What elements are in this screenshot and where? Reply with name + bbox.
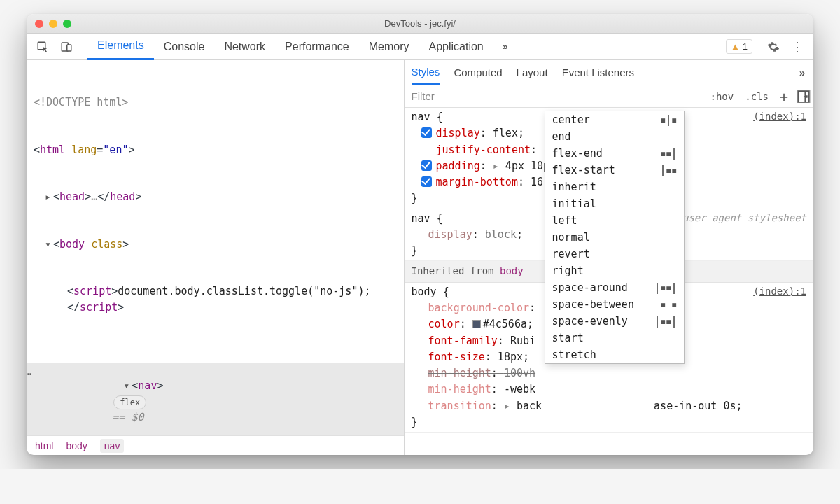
dom-nav-selected[interactable]: ▾<nav> flex == $0 bbox=[27, 363, 404, 436]
more-options-icon[interactable]: ⋮ bbox=[785, 36, 809, 57]
styles-panel: Styles Computed Layout Event Listeners »… bbox=[405, 60, 813, 455]
rule-source-link[interactable]: (index):1 bbox=[753, 109, 806, 125]
styles-filter-input[interactable] bbox=[405, 90, 705, 102]
crumb-nav[interactable]: nav bbox=[100, 439, 125, 453]
more-tabs-icon[interactable]: » bbox=[493, 36, 517, 57]
ac-option[interactable]: space-around|▪▪| bbox=[545, 279, 684, 296]
autocomplete-dropdown[interactable]: center▪|▪ end flex-end▪▪| flex-start|▪▪ … bbox=[545, 111, 685, 364]
ac-option[interactable]: inherit bbox=[545, 178, 684, 195]
window-titlebar: DevTools - jec.fyi/ bbox=[27, 14, 813, 34]
color-swatch[interactable] bbox=[472, 320, 481, 328]
tab-event-listeners[interactable]: Event Listeners bbox=[562, 60, 634, 85]
warning-icon: ▲ bbox=[731, 41, 740, 52]
devtools-window: DevTools - jec.fyi/ Elements Console Net… bbox=[27, 14, 813, 455]
alignment-glyph-icon: ▪|▪ bbox=[659, 113, 676, 126]
decl-checkbox[interactable] bbox=[421, 176, 432, 187]
decl-checkbox[interactable] bbox=[421, 127, 432, 138]
dom-tree[interactable]: <!DOCTYPE html> <html lang="en"> ▸<head>… bbox=[27, 60, 404, 435]
tab-application[interactable]: Application bbox=[419, 34, 493, 60]
cls-toggle[interactable]: .cls bbox=[739, 91, 774, 102]
dom-head[interactable]: ▸<head>…</head> bbox=[34, 189, 404, 205]
alignment-glyph-icon: |▪▪| bbox=[654, 315, 676, 328]
tab-layout[interactable]: Layout bbox=[517, 60, 548, 85]
ac-option[interactable]: space-between▪ ▪ bbox=[545, 296, 684, 313]
ac-option[interactable]: normal bbox=[545, 229, 684, 246]
rule-source-ua: user agent stylesheet bbox=[682, 211, 806, 226]
crumb-body[interactable]: body bbox=[66, 440, 87, 451]
toggle-computed-sidebar-icon[interactable] bbox=[797, 90, 811, 103]
decl-checkbox[interactable] bbox=[421, 160, 432, 171]
elements-panel: <!DOCTYPE html> <html lang="en"> ▸<head>… bbox=[27, 60, 405, 455]
console-ref: == $0 bbox=[112, 411, 144, 424]
ac-option[interactable]: end bbox=[545, 128, 684, 145]
device-toolbar-icon[interactable] bbox=[55, 36, 78, 57]
ac-option[interactable]: flex-start|▪▪ bbox=[545, 162, 684, 178]
new-style-rule-icon[interactable]: + bbox=[774, 88, 794, 105]
tab-memory[interactable]: Memory bbox=[359, 34, 419, 60]
ac-option[interactable]: stretch bbox=[545, 346, 684, 363]
tab-network[interactable]: Network bbox=[214, 34, 275, 60]
dom-doctype: <!DOCTYPE html> bbox=[34, 94, 404, 111]
alignment-glyph-icon: |▪▪| bbox=[654, 281, 676, 294]
warnings-badge[interactable]: ▲ 1 bbox=[726, 39, 752, 54]
window-title: DevTools - jec.fyi/ bbox=[27, 18, 813, 29]
alignment-glyph-icon: |▪▪ bbox=[659, 164, 676, 176]
ac-option[interactable]: space-evenly|▪▪| bbox=[545, 313, 684, 330]
hov-toggle[interactable]: :hov bbox=[705, 91, 740, 102]
ac-option[interactable]: initial bbox=[545, 195, 684, 212]
tab-styles[interactable]: Styles bbox=[412, 60, 440, 85]
styles-filter-row: :hov .cls + bbox=[405, 85, 813, 108]
dom-body-open[interactable]: ▾<body class> bbox=[34, 237, 404, 253]
rule-source-link[interactable]: (index):1 bbox=[753, 284, 806, 300]
more-sidebar-tabs-icon[interactable]: » bbox=[799, 66, 806, 78]
dom-html-open[interactable]: <html lang="en"> bbox=[34, 142, 404, 158]
inspect-element-icon[interactable] bbox=[31, 36, 55, 57]
crumb-html[interactable]: html bbox=[35, 440, 53, 451]
alignment-glyph-icon: ▪ ▪ bbox=[659, 298, 676, 311]
warnings-count: 1 bbox=[743, 41, 748, 52]
ac-option[interactable]: revert bbox=[545, 246, 684, 262]
ac-option[interactable]: start bbox=[545, 330, 684, 346]
tab-console[interactable]: Console bbox=[154, 34, 215, 60]
flex-badge[interactable]: flex bbox=[113, 396, 146, 410]
sidebar-tabs: Styles Computed Layout Event Listeners » bbox=[405, 60, 813, 85]
ac-option[interactable]: right bbox=[545, 262, 684, 279]
settings-icon[interactable] bbox=[762, 36, 785, 57]
tab-elements[interactable]: Elements bbox=[88, 34, 154, 60]
main-toolbar: Elements Console Network Performance Mem… bbox=[27, 34, 813, 60]
alignment-glyph-icon: ▪▪| bbox=[659, 147, 676, 160]
svg-rect-2 bbox=[67, 45, 71, 51]
ac-option[interactable]: left bbox=[545, 212, 684, 229]
breadcrumb: html body nav bbox=[27, 435, 404, 455]
tab-performance[interactable]: Performance bbox=[275, 34, 359, 60]
tab-computed[interactable]: Computed bbox=[454, 60, 502, 85]
dom-script-inline[interactable]: <script>document.body.classList.toggle("… bbox=[34, 284, 404, 315]
ac-option[interactable]: center▪|▪ bbox=[545, 111, 684, 128]
ac-option[interactable]: flex-end▪▪| bbox=[545, 145, 684, 162]
